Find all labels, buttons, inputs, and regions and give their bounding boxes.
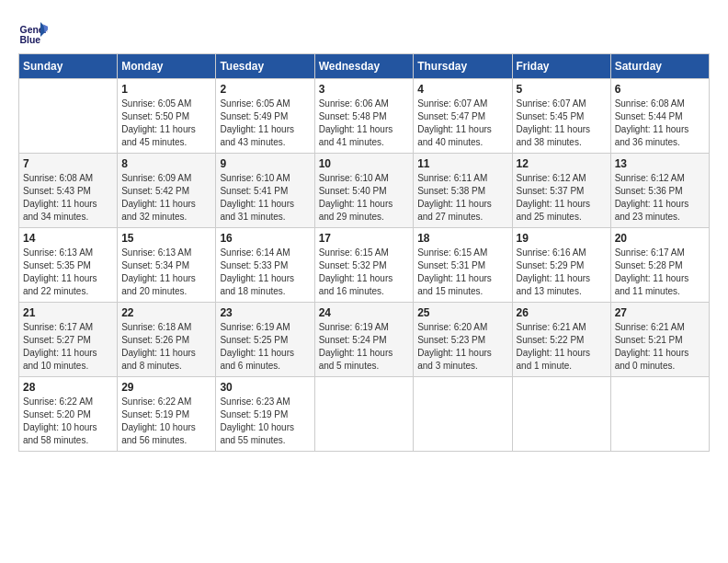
day-detail: Sunrise: 6:10 AMSunset: 5:41 PMDaylight:… (220, 172, 310, 224)
day-number: 13 (615, 157, 705, 170)
logo: General Blue (18, 18, 51, 48)
day-number: 22 (121, 306, 211, 319)
calendar-week-row: 1Sunrise: 6:05 AMSunset: 5:50 PMDaylight… (19, 79, 710, 154)
calendar-table: SundayMondayTuesdayWednesdayThursdayFrid… (18, 53, 710, 452)
day-number: 30 (220, 381, 310, 394)
day-detail: Sunrise: 6:15 AMSunset: 5:31 PMDaylight:… (417, 247, 507, 298)
day-number: 25 (417, 306, 507, 319)
calendar-cell: 12Sunrise: 6:12 AMSunset: 5:37 PMDayligh… (512, 154, 610, 228)
day-detail: Sunrise: 6:12 AMSunset: 5:36 PMDaylight:… (615, 172, 705, 224)
calendar-cell: 18Sunrise: 6:15 AMSunset: 5:31 PMDayligh… (414, 228, 512, 303)
day-detail: Sunrise: 6:06 AMSunset: 5:48 PMDaylight:… (319, 98, 410, 149)
day-detail: Sunrise: 6:20 AMSunset: 5:23 PMDaylight:… (417, 321, 507, 373)
calendar-cell (19, 79, 118, 154)
day-number: 16 (220, 232, 310, 245)
calendar-week-row: 7Sunrise: 6:08 AMSunset: 5:43 PMDaylight… (19, 154, 710, 228)
column-header-wednesday: Wednesday (314, 54, 414, 79)
day-number: 6 (615, 83, 705, 96)
day-detail: Sunrise: 6:19 AMSunset: 5:24 PMDaylight:… (319, 321, 410, 373)
calendar-cell: 7Sunrise: 6:08 AMSunset: 5:43 PMDaylight… (19, 154, 118, 228)
day-number: 5 (517, 83, 607, 96)
calendar-cell: 29Sunrise: 6:22 AMSunset: 5:19 PMDayligh… (118, 377, 216, 452)
column-header-thursday: Thursday (414, 54, 512, 79)
calendar-cell: 16Sunrise: 6:14 AMSunset: 5:33 PMDayligh… (216, 228, 314, 303)
calendar-cell: 15Sunrise: 6:13 AMSunset: 5:34 PMDayligh… (118, 228, 216, 303)
day-number: 10 (319, 157, 410, 170)
calendar-cell (314, 377, 414, 452)
day-number: 11 (417, 157, 507, 170)
svg-text:Blue: Blue (20, 35, 41, 45)
day-number: 20 (615, 232, 705, 245)
calendar-cell (610, 377, 709, 452)
day-number: 2 (220, 83, 310, 96)
column-header-monday: Monday (118, 54, 216, 79)
day-number: 21 (23, 306, 113, 319)
day-number: 8 (121, 157, 211, 170)
calendar-cell: 30Sunrise: 6:23 AMSunset: 5:19 PMDayligh… (216, 377, 314, 452)
day-detail: Sunrise: 6:08 AMSunset: 5:43 PMDaylight:… (23, 172, 113, 224)
logo-icon: General Blue (18, 18, 48, 48)
calendar-cell: 22Sunrise: 6:18 AMSunset: 5:26 PMDayligh… (118, 303, 216, 377)
day-number: 19 (517, 232, 607, 245)
day-number: 3 (319, 83, 410, 96)
calendar-cell: 4Sunrise: 6:07 AMSunset: 5:47 PMDaylight… (414, 79, 512, 154)
column-header-sunday: Sunday (19, 54, 118, 79)
calendar-cell: 8Sunrise: 6:09 AMSunset: 5:42 PMDaylight… (118, 154, 216, 228)
day-detail: Sunrise: 6:10 AMSunset: 5:40 PMDaylight:… (319, 172, 410, 224)
day-number: 26 (517, 306, 607, 319)
day-detail: Sunrise: 6:19 AMSunset: 5:25 PMDaylight:… (220, 321, 310, 373)
calendar-cell (414, 377, 512, 452)
calendar-cell: 23Sunrise: 6:19 AMSunset: 5:25 PMDayligh… (216, 303, 314, 377)
calendar-cell: 3Sunrise: 6:06 AMSunset: 5:48 PMDaylight… (314, 79, 414, 154)
day-detail: Sunrise: 6:14 AMSunset: 5:33 PMDaylight:… (220, 247, 310, 298)
calendar-week-row: 28Sunrise: 6:22 AMSunset: 5:20 PMDayligh… (19, 377, 710, 452)
column-header-friday: Friday (512, 54, 610, 79)
day-detail: Sunrise: 6:15 AMSunset: 5:32 PMDaylight:… (319, 247, 410, 298)
calendar-cell: 25Sunrise: 6:20 AMSunset: 5:23 PMDayligh… (414, 303, 512, 377)
calendar-cell: 20Sunrise: 6:17 AMSunset: 5:28 PMDayligh… (610, 228, 709, 303)
calendar-week-row: 21Sunrise: 6:17 AMSunset: 5:27 PMDayligh… (19, 303, 710, 377)
calendar-cell: 5Sunrise: 6:07 AMSunset: 5:45 PMDaylight… (512, 79, 610, 154)
day-number: 28 (23, 381, 113, 394)
calendar-cell: 24Sunrise: 6:19 AMSunset: 5:24 PMDayligh… (314, 303, 414, 377)
day-detail: Sunrise: 6:08 AMSunset: 5:44 PMDaylight:… (615, 98, 705, 149)
day-number: 27 (615, 306, 705, 319)
day-detail: Sunrise: 6:16 AMSunset: 5:29 PMDaylight:… (517, 247, 607, 298)
calendar-cell: 6Sunrise: 6:08 AMSunset: 5:44 PMDaylight… (610, 79, 709, 154)
day-number: 12 (517, 157, 607, 170)
day-detail: Sunrise: 6:07 AMSunset: 5:45 PMDaylight:… (517, 98, 607, 149)
day-number: 1 (121, 83, 211, 96)
day-number: 7 (23, 157, 113, 170)
calendar-cell: 27Sunrise: 6:21 AMSunset: 5:21 PMDayligh… (610, 303, 709, 377)
calendar-cell: 9Sunrise: 6:10 AMSunset: 5:41 PMDaylight… (216, 154, 314, 228)
calendar-week-row: 14Sunrise: 6:13 AMSunset: 5:35 PMDayligh… (19, 228, 710, 303)
column-header-tuesday: Tuesday (216, 54, 314, 79)
day-number: 9 (220, 157, 310, 170)
day-number: 29 (121, 381, 211, 394)
calendar-cell: 14Sunrise: 6:13 AMSunset: 5:35 PMDayligh… (19, 228, 118, 303)
day-detail: Sunrise: 6:11 AMSunset: 5:38 PMDaylight:… (417, 172, 507, 224)
calendar-cell: 17Sunrise: 6:15 AMSunset: 5:32 PMDayligh… (314, 228, 414, 303)
day-number: 4 (417, 83, 507, 96)
day-detail: Sunrise: 6:05 AMSunset: 5:50 PMDaylight:… (121, 98, 211, 149)
day-number: 15 (121, 232, 211, 245)
calendar-cell: 11Sunrise: 6:11 AMSunset: 5:38 PMDayligh… (414, 154, 512, 228)
day-number: 23 (220, 306, 310, 319)
day-detail: Sunrise: 6:13 AMSunset: 5:35 PMDaylight:… (23, 247, 113, 298)
day-detail: Sunrise: 6:17 AMSunset: 5:27 PMDaylight:… (23, 321, 113, 373)
calendar-cell (512, 377, 610, 452)
page-header: General Blue (18, 18, 710, 48)
day-detail: Sunrise: 6:07 AMSunset: 5:47 PMDaylight:… (417, 98, 507, 149)
day-detail: Sunrise: 6:23 AMSunset: 5:19 PMDaylight:… (220, 396, 310, 447)
calendar-cell: 19Sunrise: 6:16 AMSunset: 5:29 PMDayligh… (512, 228, 610, 303)
day-detail: Sunrise: 6:18 AMSunset: 5:26 PMDaylight:… (121, 321, 211, 373)
day-number: 24 (319, 306, 410, 319)
day-number: 18 (417, 232, 507, 245)
calendar-cell: 28Sunrise: 6:22 AMSunset: 5:20 PMDayligh… (19, 377, 118, 452)
calendar-cell: 21Sunrise: 6:17 AMSunset: 5:27 PMDayligh… (19, 303, 118, 377)
day-detail: Sunrise: 6:05 AMSunset: 5:49 PMDaylight:… (220, 98, 310, 149)
day-number: 17 (319, 232, 410, 245)
day-detail: Sunrise: 6:12 AMSunset: 5:37 PMDaylight:… (517, 172, 607, 224)
calendar-cell: 1Sunrise: 6:05 AMSunset: 5:50 PMDaylight… (118, 79, 216, 154)
calendar-cell: 2Sunrise: 6:05 AMSunset: 5:49 PMDaylight… (216, 79, 314, 154)
